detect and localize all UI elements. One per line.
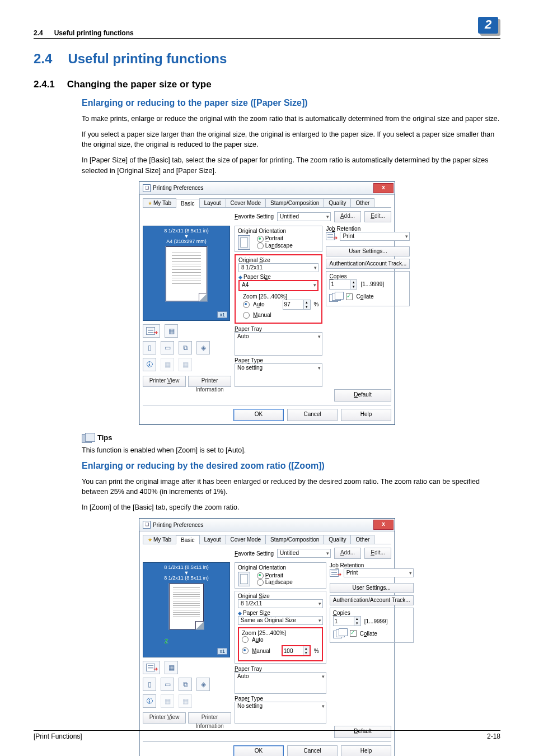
paper-size-combo[interactable]: Same as Original Size — [238, 616, 323, 625]
original-size-combo[interactable]: 8 1/2x11 — [238, 599, 323, 608]
user-settings-button[interactable]: User Settings... — [330, 583, 414, 593]
favorite-add-button[interactable]: Add... — [334, 211, 361, 222]
tab-basic[interactable]: Basic — [176, 535, 199, 544]
user-settings-button[interactable]: User Settings... — [326, 246, 410, 256]
auth-account-track-button[interactable]: Authentication/Account Track... — [326, 259, 410, 269]
landscape-radio[interactable] — [257, 242, 264, 249]
tab-layout[interactable]: Layout — [199, 535, 226, 544]
copies-group: Copies ▴▾ [1...9999] Collate — [330, 608, 414, 643]
favorite-edit-button[interactable]: Edit... — [364, 548, 391, 559]
tab-stamp-composition[interactable]: Stamp/Composition — [265, 535, 324, 544]
close-button[interactable]: x — [373, 520, 394, 530]
copies-input[interactable] — [334, 617, 354, 626]
tool-booklet[interactable]: ◈ — [196, 678, 210, 691]
zoom-auto-radio[interactable] — [243, 301, 250, 308]
tab-cover-mode[interactable]: Cover Mode — [226, 198, 266, 207]
job-retention-icon: ➜ — [326, 232, 335, 240]
landscape-radio[interactable] — [257, 579, 264, 586]
tool-info[interactable]: 🛈 — [143, 694, 156, 708]
printer-information-button[interactable]: Printer Information — [188, 376, 231, 387]
tab-quality[interactable]: Quality — [324, 535, 351, 544]
preview-zoom-button[interactable]: ➜ — [143, 324, 160, 338]
zoom-manual-radio[interactable] — [243, 312, 250, 319]
preview-tool-2[interactable]: ▦ — [165, 324, 178, 338]
orientation-icon — [238, 572, 250, 586]
zoom-value-input[interactable] — [283, 646, 303, 655]
collate-checkbox[interactable] — [350, 630, 357, 637]
tool-portrait[interactable]: ▯ — [143, 341, 156, 354]
portrait-radio[interactable] — [257, 572, 264, 579]
tab-my-tab[interactable]: My Tab — [143, 198, 176, 207]
printer-information-button[interactable]: Printer Information — [188, 712, 231, 724]
paper-type-combo[interactable]: No setting — [235, 702, 326, 724]
tab-other[interactable]: Other — [350, 535, 374, 544]
original-size-combo[interactable]: 8 1/2x11 — [238, 263, 318, 272]
printer-view-button[interactable]: Printer View — [143, 712, 186, 724]
zoom-value-spinner[interactable]: ▴▾ — [283, 646, 310, 655]
portrait-radio[interactable] — [257, 236, 264, 242]
zoom-value-input[interactable] — [283, 300, 303, 309]
copies-input[interactable] — [330, 280, 350, 289]
copies-label: Copies — [333, 610, 410, 616]
tab-other[interactable]: Other — [350, 198, 374, 207]
header-section-num: 2.4 — [34, 29, 43, 37]
ok-button[interactable]: OK — [233, 409, 284, 421]
tool-portrait[interactable]: ▯ — [143, 678, 156, 691]
copies-label: Copies — [329, 273, 406, 279]
cancel-button[interactable]: Cancel — [287, 745, 338, 756]
tab-cover-mode[interactable]: Cover Mode — [226, 535, 266, 544]
job-retention-combo[interactable]: Print — [340, 232, 410, 241]
favorite-setting-combo[interactable]: Untitled — [277, 212, 331, 221]
tool-landscape[interactable]: ▭ — [161, 341, 174, 354]
zoom-value-spinner[interactable]: ▴▾ — [283, 300, 311, 310]
tool-landscape[interactable]: ▭ — [161, 678, 174, 691]
zoom-auto-radio[interactable] — [242, 636, 249, 643]
page-thumbnail — [166, 246, 207, 301]
tool-duplex[interactable]: ⧉ — [179, 678, 192, 691]
subsection-heading-num: 2.4.1 — [34, 79, 55, 90]
favorite-setting-combo[interactable]: Untitled — [277, 549, 331, 558]
page-header: 2.4 Useful printing functions 2 — [34, 17, 500, 39]
original-orientation-label: Original Orientation — [238, 564, 323, 571]
original-size-label: Original Size — [238, 593, 323, 599]
ok-button[interactable]: OK — [233, 745, 284, 756]
tool-info[interactable]: 🛈 — [143, 358, 156, 371]
preview-zoom-button[interactable]: ➜ — [143, 661, 160, 674]
collate-icon — [333, 628, 346, 638]
close-button[interactable]: x — [373, 183, 394, 193]
tab-quality[interactable]: Quality — [324, 198, 351, 207]
chapter-badge: 2 — [476, 17, 500, 37]
cancel-button[interactable]: Cancel — [287, 409, 338, 421]
help-button[interactable]: Help — [341, 409, 391, 421]
favorite-edit-button[interactable]: Edit... — [364, 211, 391, 222]
copies-spinner[interactable]: ▴▾ — [329, 279, 357, 290]
copies-range: [1...9999] — [360, 281, 384, 287]
printer-view-button[interactable]: Printer View — [143, 376, 186, 387]
zoom-manual-radio[interactable] — [242, 647, 249, 654]
paper-size-combo[interactable]: A4 — [240, 281, 317, 290]
paper-type-combo[interactable]: No setting — [235, 363, 322, 387]
tab-basic[interactable]: Basic — [176, 199, 199, 208]
tool-duplex[interactable]: ⧉ — [179, 341, 192, 354]
default-button[interactable]: Default — [334, 389, 391, 402]
footer-left: [Print Functions] — [34, 732, 82, 740]
tab-stamp-composition[interactable]: Stamp/Composition — [265, 198, 324, 207]
collate-checkbox[interactable] — [346, 293, 353, 300]
copies-spinner[interactable]: ▴▾ — [333, 616, 361, 626]
paper-tray-combo[interactable]: Auto — [235, 672, 326, 694]
favorite-add-button[interactable]: Add... — [334, 548, 361, 559]
preview-tool-2[interactable]: ▦ — [165, 661, 178, 674]
tool-booklet[interactable]: ◈ — [196, 341, 210, 354]
tab-my-tab[interactable]: My Tab — [143, 535, 176, 544]
papersize-group: Original Size 8 1/2x11 ◆Paper Size Same … — [235, 591, 326, 664]
dialog-footer: OK Cancel Help — [143, 741, 391, 756]
job-retention-combo[interactable]: Print — [344, 568, 414, 577]
page-footer: [Print Functions] 2-18 — [34, 730, 500, 740]
zoom-manual-label: Manual — [252, 648, 270, 654]
paper-tray-combo[interactable]: Auto — [235, 332, 322, 356]
help-button[interactable]: Help — [341, 745, 391, 756]
tab-layout[interactable]: Layout — [199, 198, 226, 207]
paper-type-label: Paper Type — [235, 696, 326, 702]
tool-disabled-1: ▦ — [161, 358, 174, 371]
auth-account-track-button[interactable]: Authentication/Account Track... — [330, 595, 414, 605]
